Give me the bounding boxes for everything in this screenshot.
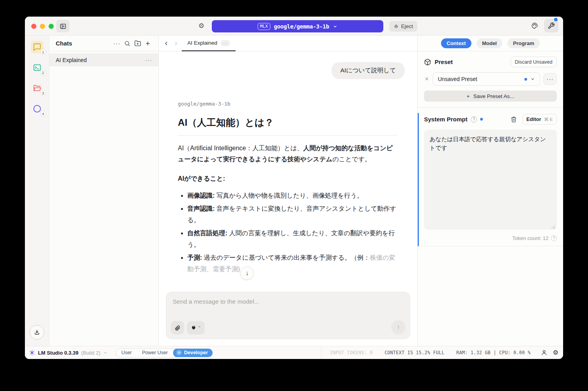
chevron-up-icon: [103, 351, 107, 355]
paperclip-icon: [174, 325, 181, 331]
tab-model[interactable]: Model: [477, 38, 503, 48]
divider: [178, 135, 398, 136]
system-prompt-title: System Prompt: [424, 116, 467, 123]
developer-tools-wrench-button[interactable]: [544, 19, 558, 32]
chat-item-menu-button[interactable]: ···: [145, 58, 152, 62]
download-icon: [34, 329, 40, 336]
assistant-intro-paragraph: AI（Artificial Intelligence：人工知能）とは、人間が持つ…: [178, 143, 398, 165]
preset-menu-button[interactable]: ···: [543, 73, 557, 85]
clear-preset-button[interactable]: ×: [424, 76, 430, 83]
attach-file-button[interactable]: [171, 321, 184, 334]
open-editor-button[interactable]: Editor ⌘ E: [522, 114, 557, 125]
plugins-button[interactable]: ⌃: [187, 321, 205, 334]
tab-menu-button[interactable]: ···: [220, 40, 230, 46]
rail-badge: 3: [40, 90, 46, 96]
send-message-button[interactable]: ↑: [391, 320, 405, 334]
bullet-item: 予測: 過去のデータに基づいて将来の出来事を予測する。（例：株価の変動予測、需要…: [187, 252, 398, 280]
rail-badge: 2: [40, 70, 46, 76]
assistant-message: google/gemma-3-1b AI（人工知能）とは？ AI（Artific…: [178, 101, 398, 280]
scroll-to-bottom-button[interactable]: ↓: [240, 266, 254, 280]
mode-developer-label: Developer: [184, 349, 208, 357]
unsaved-changes-dot: [524, 78, 527, 81]
mlx-runtime-badge: MLX: [258, 23, 270, 30]
eject-label: Eject: [401, 23, 413, 29]
app-version-area[interactable]: LM Studio 0.3.39 (Build 2): [29, 349, 113, 356]
eject-model-button[interactable]: Eject: [389, 21, 417, 32]
traffic-lights: [31, 24, 54, 29]
preset-section: Preset Discard Unsaved × Unsaved Preset: [418, 51, 563, 108]
terminal-icon: [33, 63, 41, 72]
editor-label: Editor: [526, 116, 541, 122]
history-nav: [159, 36, 182, 51]
build-number: (Build 2): [81, 350, 100, 356]
arrow-up-right-icon: ↗: [176, 350, 182, 355]
status-bar: LM Studio 0.3.39 (Build 2) User Power Us…: [25, 346, 563, 359]
titlebar: ⚙ MLX google/gemma-3-1b Eject: [25, 17, 563, 36]
ellipsis-icon: ···: [547, 77, 554, 81]
settings-gear-button[interactable]: ⚙: [553, 349, 558, 356]
sidebar-toggle-button[interactable]: [56, 20, 70, 32]
settings-tabs: Context Model Program: [418, 36, 563, 51]
save-preset-as-button[interactable]: + Save Preset As...: [424, 91, 557, 102]
rail-item-developer[interactable]: 2: [31, 61, 43, 74]
tab-ai-explained[interactable]: AI Explained ···: [182, 36, 236, 51]
tab-label: AI Explained: [187, 40, 217, 46]
chats-menu-button[interactable]: ···: [112, 42, 122, 45]
tab-program[interactable]: Program: [507, 38, 539, 48]
resize-handle[interactable]: [551, 225, 555, 229]
mode-user[interactable]: User: [116, 349, 137, 357]
search-icon: [124, 40, 130, 47]
chat-list-item[interactable]: AI Explained ···: [49, 53, 158, 66]
mode-power-user[interactable]: Power User: [137, 349, 173, 357]
help-icon[interactable]: ?: [471, 116, 477, 123]
theme-palette-button[interactable]: [528, 19, 542, 32]
chats-header: Chats ···: [49, 36, 158, 51]
chats-search-button[interactable]: [122, 40, 132, 47]
downloads-button[interactable]: [30, 325, 44, 340]
bullet-item: 音声認識: 音声をテキストに変換したり、音声アシスタントとして動作する。: [187, 203, 398, 226]
new-folder-button[interactable]: [132, 40, 143, 47]
mode-developer[interactable]: ↗ Developer: [173, 348, 213, 357]
ellipsis-icon: ···: [113, 42, 121, 45]
chevron-down-icon: [333, 24, 337, 29]
window-body: 1 2 3 4: [25, 36, 563, 346]
tab-context[interactable]: Context: [441, 38, 471, 48]
assistant-bullet-list: 画像認識: 写真から人物や物を識別したり、画像処理を行う。 音声認識: 音声をテ…: [179, 190, 398, 280]
preset-select[interactable]: Unsaved Preset: [433, 72, 540, 86]
bullet-item: 自然言語処理: 人間の言葉を理解し、生成したり、文章の翻訳や要約を行う。: [187, 228, 398, 250]
chat-bubble-icon: [33, 43, 41, 51]
chevron-down-icon: [530, 77, 535, 81]
app-name-version: LM Studio 0.3.39: [38, 350, 79, 356]
loaded-model-name: google/gemma-3-1b: [274, 23, 329, 30]
forward-button[interactable]: [173, 41, 179, 46]
new-chat-button[interactable]: [143, 40, 153, 47]
close-window-button[interactable]: [31, 24, 36, 29]
preset-row: × Unsaved Preset ···: [424, 72, 557, 86]
assistant-subheading: AIができること:: [178, 175, 398, 183]
system-prompt-input[interactable]: あなたは日本語で応答する親切なアシスタントです: [424, 130, 557, 230]
chat-settings-gear-icon[interactable]: ⚙: [198, 23, 204, 30]
ram-cpu-stat: RAM: 1.32 GB | CPU: 0.00 %: [456, 350, 531, 355]
right-settings-panel: Context Model Program Preset Discard Uns…: [418, 36, 563, 346]
chat-transcript[interactable]: AIについて説明して google/gemma-3-1b AI（人工知能）とは？…: [159, 51, 417, 289]
minimize-window-button[interactable]: [40, 24, 45, 29]
help-icon[interactable]: ?: [551, 235, 557, 241]
rail-item-discover[interactable]: 4: [31, 102, 43, 115]
clear-system-prompt-button[interactable]: [511, 116, 517, 123]
ellipsis-icon: ···: [222, 41, 228, 45]
save-preset-label: Save Preset As...: [473, 93, 514, 99]
rail-item-chat[interactable]: 1: [31, 41, 43, 53]
user-account-button[interactable]: [541, 349, 547, 356]
user-mode-switch: User Power User ↗ Developer: [116, 348, 213, 357]
folder-icon: [33, 84, 41, 93]
discard-unsaved-button[interactable]: Discard Unsaved: [511, 57, 557, 67]
model-selector-button[interactable]: MLX google/gemma-3-1b: [212, 20, 383, 32]
statusbar-icons: ⚙: [541, 349, 558, 356]
rail-item-my-models[interactable]: 3: [31, 82, 43, 94]
arrow-down-icon: ↓: [245, 268, 249, 279]
zoom-window-button[interactable]: [49, 24, 54, 29]
assistant-heading: AI（人工知能）とは？: [178, 116, 398, 129]
rail-badge: 1: [40, 49, 46, 55]
back-button[interactable]: [164, 41, 169, 46]
titlebar-right-actions: [528, 19, 558, 32]
